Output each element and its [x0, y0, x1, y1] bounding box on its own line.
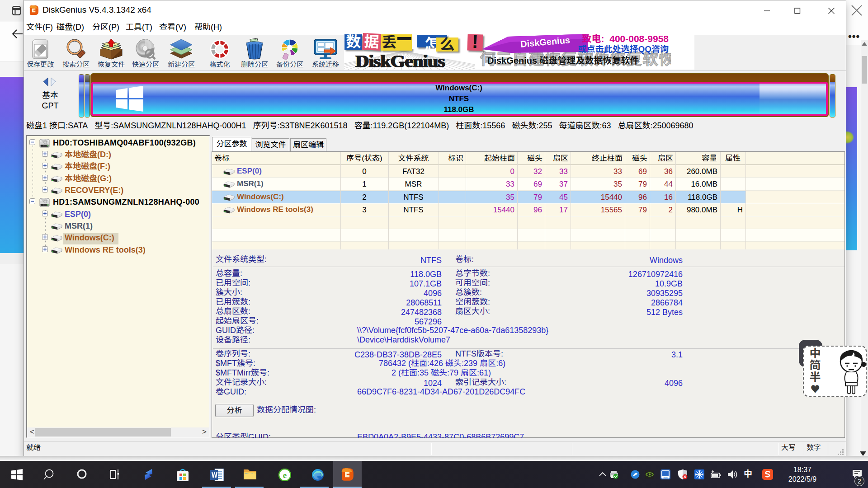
svg-text:intel: intel — [663, 476, 667, 479]
svg-text:e: e — [283, 470, 287, 480]
